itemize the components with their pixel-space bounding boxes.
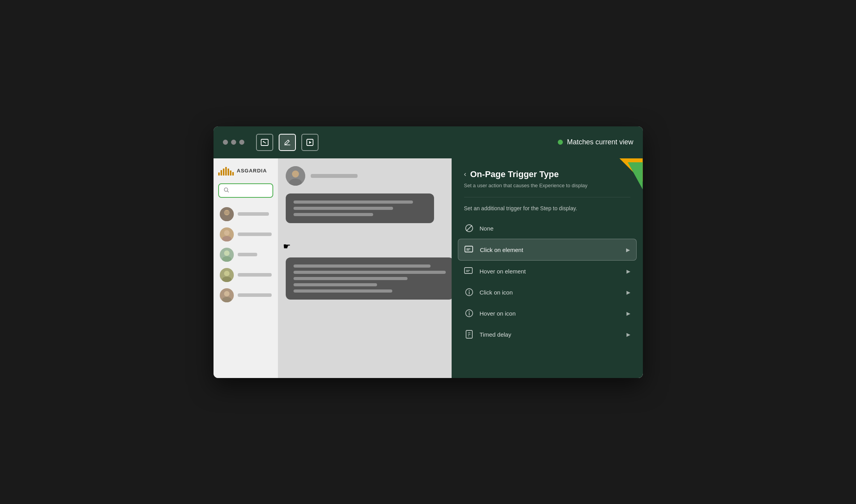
- search-box[interactable]: [218, 183, 273, 198]
- traffic-lights: [223, 140, 244, 145]
- bubble-line: [294, 271, 446, 274]
- svg-line-24: [466, 225, 472, 231]
- main-area: ASGARDIA ☛: [214, 158, 643, 378]
- svg-point-16: [224, 271, 229, 276]
- logo-text: ASGARDIA: [237, 168, 267, 174]
- panel-title: On-Page Trigger Type: [470, 169, 559, 179]
- name-bar-5: [238, 293, 272, 297]
- avatar-3: [220, 248, 234, 262]
- trigger-panel: ‹ On-Page Trigger Type Set a user action…: [452, 158, 643, 378]
- trigger-option-hover-element[interactable]: Hover on element ▶: [452, 261, 643, 282]
- hover-icon-label: Hover on icon: [480, 310, 621, 317]
- trigger-option-timed-delay[interactable]: Timed delay ▶: [452, 324, 643, 345]
- corner-decoration: [604, 158, 643, 190]
- hover-element-icon: [464, 266, 474, 276]
- corner-green: [621, 162, 643, 190]
- svg-point-9: [222, 236, 231, 241]
- click-icon-icon: [464, 287, 474, 297]
- svg-point-15: [222, 277, 231, 282]
- bubble-line: [294, 277, 408, 280]
- click-element-icon: [464, 245, 475, 255]
- trigger-option-hover-icon[interactable]: Hover on icon ▶: [452, 303, 643, 324]
- sidebar-item-4[interactable]: [218, 265, 273, 285]
- click-element-label: Click on element: [480, 247, 621, 253]
- trigger-option-none[interactable]: None: [452, 218, 643, 239]
- toolbar-btn-select[interactable]: [256, 134, 273, 151]
- svg-point-19: [224, 291, 229, 296]
- sidebar-item-2[interactable]: [218, 224, 273, 245]
- sidebar-item-3[interactable]: [218, 245, 273, 265]
- name-bar-1: [238, 212, 269, 216]
- traffic-light-close[interactable]: [223, 140, 228, 145]
- chat-avatar: [286, 166, 305, 186]
- chat-name-bar: [311, 174, 358, 178]
- click-icon-label: Click on icon: [480, 289, 621, 296]
- sidebar-item-1[interactable]: [218, 204, 273, 224]
- name-bar-3: [238, 253, 257, 256]
- logo: ASGARDIA: [218, 165, 273, 177]
- bubble-line: [294, 283, 377, 286]
- svg-point-18: [222, 297, 231, 302]
- hover-element-chevron: ▶: [626, 268, 630, 274]
- sidebar-item-5[interactable]: [218, 285, 273, 305]
- trigger-option-click-element[interactable]: Click on element ▶: [458, 239, 637, 261]
- avatar-4: [220, 268, 234, 282]
- none-label: None: [480, 225, 630, 232]
- timed-delay-label: Timed delay: [480, 331, 621, 338]
- svg-point-13: [224, 251, 229, 256]
- avatar-2: [220, 227, 234, 241]
- hover-icon-chevron: ▶: [626, 311, 630, 316]
- svg-point-5: [222, 216, 231, 221]
- toolbar-btn-play[interactable]: [301, 134, 319, 151]
- svg-point-32: [468, 290, 469, 291]
- logo-bars: [218, 166, 234, 176]
- toolbar-btn-edit[interactable]: [279, 134, 296, 151]
- trigger-option-click-icon[interactable]: Click on icon ▶: [452, 282, 643, 303]
- svg-point-10: [224, 231, 229, 235]
- click-icon-chevron: ▶: [626, 289, 630, 295]
- status-dot: [558, 140, 563, 145]
- hover-element-label: Hover on element: [480, 268, 621, 275]
- name-bar-2: [238, 232, 272, 236]
- bubble-line: [294, 207, 393, 210]
- hover-icon-icon: [464, 308, 474, 318]
- timed-delay-icon: [464, 329, 474, 339]
- panel-extra-text: Set an additional trigger for the Step t…: [452, 205, 643, 211]
- avatar-1: [220, 207, 234, 221]
- svg-point-35: [468, 311, 469, 312]
- back-arrow-icon: ‹: [464, 170, 466, 178]
- search-icon: [224, 187, 229, 194]
- bubble-line: [294, 289, 393, 293]
- sidebar: ASGARDIA ☛: [214, 158, 278, 378]
- browser-chrome: Matches current view: [214, 126, 643, 158]
- bubble-line: [294, 264, 431, 268]
- chat-area: ‹ On-Page Trigger Type Set a user action…: [278, 158, 643, 378]
- none-icon: [464, 223, 474, 233]
- status-text: Matches current view: [567, 138, 633, 146]
- timed-delay-chevron: ▶: [626, 332, 630, 337]
- panel-divider: [464, 197, 630, 197]
- bubble-line: [294, 201, 413, 204]
- click-element-chevron: ▶: [626, 247, 630, 253]
- chat-bubble-received-2: [286, 257, 454, 300]
- svg-rect-7: [224, 211, 229, 214]
- svg-point-1: [263, 141, 264, 142]
- status-indicator: Matches current view: [558, 138, 633, 146]
- toolbar-buttons: [256, 134, 319, 151]
- browser-window: Matches current view ASGARDIA: [214, 126, 643, 378]
- bubble-line: [294, 213, 373, 216]
- traffic-light-maximize[interactable]: [239, 140, 244, 145]
- name-bar-4: [238, 273, 272, 277]
- svg-point-21: [292, 170, 299, 177]
- avatar-5: [220, 288, 234, 302]
- traffic-light-minimize[interactable]: [231, 140, 236, 145]
- svg-point-12: [222, 256, 231, 262]
- chat-bubble-received-1: [286, 193, 434, 223]
